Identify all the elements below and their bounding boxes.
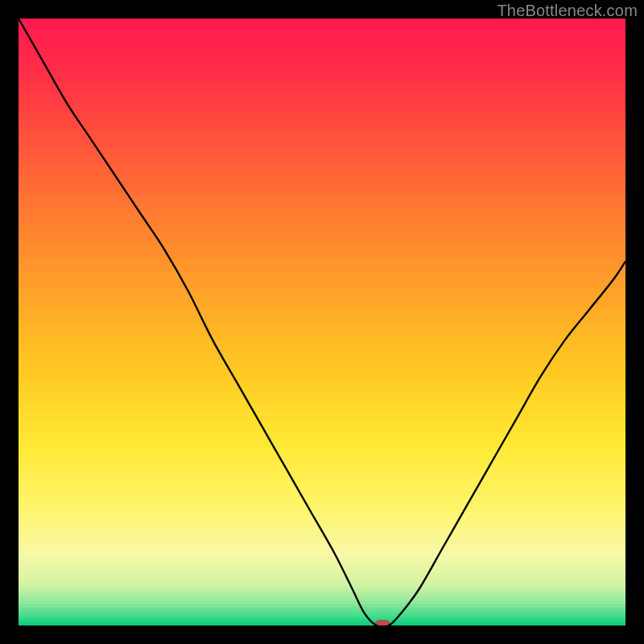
watermark-text: TheBottleneck.com xyxy=(497,2,638,20)
plot-area xyxy=(19,19,625,625)
minimum-marker xyxy=(375,620,390,625)
chart-svg xyxy=(19,19,625,625)
chart-container: TheBottleneck.com xyxy=(0,0,644,644)
gradient-background xyxy=(19,19,625,625)
svg-rect-199 xyxy=(19,622,625,625)
